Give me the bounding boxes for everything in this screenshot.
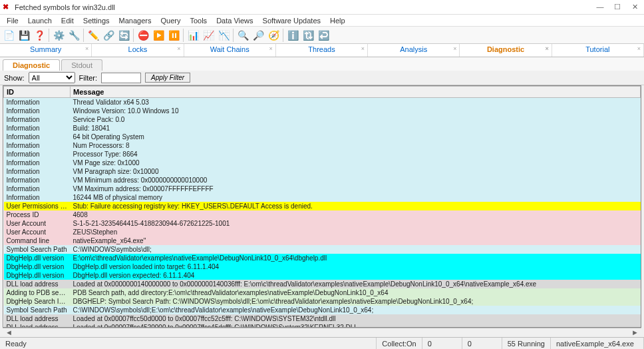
tab-label: Locks bbox=[128, 45, 148, 53]
table-row[interactable]: Symbol Search PathC:\WINDOWS\symbols\dll… bbox=[4, 245, 641, 254]
table-row[interactable]: DLL load addressLoaded at 0x00007ffcc50d… bbox=[4, 314, 641, 323]
cell-message: Windows Version: 10.0 Windows 10 bbox=[71, 107, 641, 115]
table-row[interactable]: InformationVM Minimum address: 0x0000000… bbox=[4, 176, 641, 184]
subtab-stdout[interactable]: Stdout bbox=[61, 59, 102, 71]
table-row[interactable]: User AccountZEUS\Stephen bbox=[4, 228, 641, 236]
toolbar-button-5[interactable]: ✏️ bbox=[86, 28, 100, 43]
table-row[interactable]: Process ID4608 bbox=[4, 210, 641, 219]
table-row[interactable]: Adding to PDB search pathPDB Search path… bbox=[4, 288, 641, 297]
column-id[interactable]: ID bbox=[4, 87, 71, 98]
table-row[interactable]: Information16244 MB of physical memory bbox=[4, 193, 641, 202]
tab-close-icon[interactable]: × bbox=[637, 45, 641, 52]
table-row[interactable]: InformationThread Validator x64 5.03 bbox=[4, 98, 641, 107]
menu-software-updates[interactable]: Software Updates bbox=[259, 16, 325, 25]
table-row[interactable]: Symbol Search PathC:\WINDOWS\symbols\dll… bbox=[4, 306, 641, 314]
menu-query[interactable]: Query bbox=[156, 16, 184, 25]
table-row[interactable]: User AccountS-1-5-21-3235464415-41882309… bbox=[4, 219, 641, 228]
toolbar-button-8[interactable]: ⛔ bbox=[136, 28, 150, 43]
table-row[interactable]: InformationWindows Version: 10.0 Windows… bbox=[4, 107, 641, 115]
toolbar-button-0[interactable]: 📄 bbox=[1, 28, 16, 43]
menu-file[interactable]: File bbox=[3, 16, 23, 25]
tab-threads[interactable]: Threads× bbox=[276, 44, 368, 57]
table-row[interactable]: InformationNum Processors: 8 bbox=[4, 141, 641, 150]
tab-wait-chains[interactable]: Wait Chains× bbox=[184, 44, 276, 57]
toolbar-button-17[interactable]: ℹ️ bbox=[285, 28, 300, 43]
minimize-button[interactable]: — bbox=[596, 3, 604, 11]
toolbar-button-15[interactable]: 🔎 bbox=[251, 28, 265, 43]
tab-close-icon[interactable]: × bbox=[545, 45, 548, 52]
table-row[interactable]: DbgHelp Search InfoDBGHELP: Symbol Searc… bbox=[4, 297, 641, 306]
menu-tools[interactable]: Tools bbox=[186, 16, 211, 25]
menubar: FileLaunchEditSettingsManagersQueryTools… bbox=[0, 15, 644, 27]
menu-launch[interactable]: Launch bbox=[24, 16, 56, 25]
cell-message: Stub: Failure accessing registry key: HK… bbox=[71, 202, 641, 210]
table-row[interactable]: InformationVM Paragraph size: 0x10000 bbox=[4, 167, 641, 176]
diagnostic-grid[interactable]: ID Message InformationThread Validator x… bbox=[3, 85, 641, 328]
tab-diagnostic[interactable]: Diagnostic× bbox=[460, 44, 552, 57]
tab-close-icon[interactable]: × bbox=[85, 45, 88, 52]
cell-message: Loaded at 0x0000000140000000 to 0x000000… bbox=[71, 280, 641, 288]
cell-id: User Account bbox=[4, 228, 71, 236]
tab-close-icon[interactable]: × bbox=[361, 45, 365, 52]
tab-close-icon[interactable]: × bbox=[453, 45, 456, 52]
table-row[interactable]: InformationProcessor Type: 8664 bbox=[4, 150, 641, 159]
toolbar-button-18[interactable]: 🔃 bbox=[301, 28, 315, 43]
table-row[interactable]: User Permissions failureStub: Failure ac… bbox=[4, 202, 641, 210]
tab-locks[interactable]: Locks× bbox=[92, 44, 184, 57]
close-button[interactable]: ✕ bbox=[631, 3, 639, 11]
status-count2: 0 bbox=[462, 338, 502, 349]
cell-id: DLL load address bbox=[4, 323, 71, 328]
cell-id: Information bbox=[4, 150, 71, 159]
table-row[interactable]: DLL load addressLoaded at 0x000000014000… bbox=[4, 280, 641, 288]
toolbar-button-6[interactable]: 🔗 bbox=[101, 28, 116, 43]
menu-help[interactable]: Help bbox=[326, 16, 349, 25]
table-row[interactable]: InformationBuild: 18041 bbox=[4, 124, 641, 133]
show-select[interactable]: All bbox=[29, 72, 75, 83]
toolbar-button-19[interactable]: ↩️ bbox=[316, 28, 331, 43]
toolbar-button-16[interactable]: 🧭 bbox=[266, 28, 281, 43]
maximize-button[interactable]: ☐ bbox=[613, 3, 621, 11]
menu-data-views[interactable]: Data Views bbox=[212, 16, 257, 25]
toolbar-button-9[interactable]: ▶️ bbox=[151, 28, 166, 43]
table-row[interactable]: Command linenativeExample_x64.exe" bbox=[4, 236, 641, 245]
table-row[interactable]: Information64 bit Operating System bbox=[4, 133, 641, 141]
tab-analysis[interactable]: Analysis× bbox=[368, 44, 460, 57]
cell-message: 16244 MB of physical memory bbox=[71, 193, 641, 202]
toolbar-button-2[interactable]: ❓ bbox=[32, 28, 47, 43]
window-title: Fetched symbols for win32u.dll bbox=[15, 3, 596, 11]
toolbar-button-3[interactable]: ⚙️ bbox=[51, 28, 66, 43]
tab-close-icon[interactable]: × bbox=[177, 45, 180, 52]
table-row[interactable]: DbgHelp.dll versionDbgHelp.dll version e… bbox=[4, 271, 641, 280]
table-row[interactable]: DbgHelp.dll versionDbgHelp.dll version l… bbox=[4, 262, 641, 271]
window-controls: — ☐ ✕ bbox=[596, 3, 639, 11]
horizontal-scroll[interactable]: ◄► bbox=[3, 328, 641, 337]
cell-id: User Permissions failure bbox=[4, 202, 71, 210]
toolbar-button-12[interactable]: 📈 bbox=[201, 28, 216, 43]
menu-managers[interactable]: Managers bbox=[115, 16, 156, 25]
table-row[interactable]: InformationVM Maximum address: 0x00007FF… bbox=[4, 184, 641, 193]
filter-input[interactable] bbox=[101, 73, 141, 83]
tab-close-icon[interactable]: × bbox=[269, 45, 273, 52]
menu-settings[interactable]: Settings bbox=[79, 16, 114, 25]
tab-tutorial[interactable]: Tutorial× bbox=[552, 44, 644, 57]
toolbar-separator bbox=[233, 29, 234, 42]
toolbar-button-14[interactable]: 🔍 bbox=[236, 28, 250, 43]
cell-message: DbgHelp.dll version expected: 6.11.1.404 bbox=[71, 271, 641, 280]
column-message[interactable]: Message bbox=[71, 87, 641, 98]
table-row[interactable]: InformationVM Page size: 0x1000 bbox=[4, 159, 641, 167]
filter-bar: Show: All Filter: Apply Filter bbox=[0, 71, 644, 85]
subtab-diagnostic[interactable]: Diagnostic bbox=[3, 59, 60, 71]
apply-filter-button[interactable]: Apply Filter bbox=[145, 73, 190, 83]
menu-edit[interactable]: Edit bbox=[57, 16, 78, 25]
cell-message: VM Paragraph size: 0x10000 bbox=[71, 167, 641, 176]
toolbar-button-7[interactable]: 🔄 bbox=[116, 28, 131, 43]
table-row[interactable]: InformationService Pack: 0.0 bbox=[4, 115, 641, 124]
table-row[interactable]: DbgHelp.dll versionE:\om\c\threadValidat… bbox=[4, 254, 641, 262]
tab-summary[interactable]: Summary× bbox=[0, 44, 92, 57]
toolbar-button-4[interactable]: 🔧 bbox=[67, 28, 81, 43]
toolbar-button-11[interactable]: 📊 bbox=[186, 28, 200, 43]
toolbar-button-13[interactable]: 📉 bbox=[216, 28, 231, 43]
table-row[interactable]: DLL load addressLoaded at 0x00007ffcc452… bbox=[4, 323, 641, 328]
toolbar-button-1[interactable]: 💾 bbox=[17, 28, 31, 43]
toolbar-button-10[interactable]: ⏸️ bbox=[166, 28, 181, 43]
